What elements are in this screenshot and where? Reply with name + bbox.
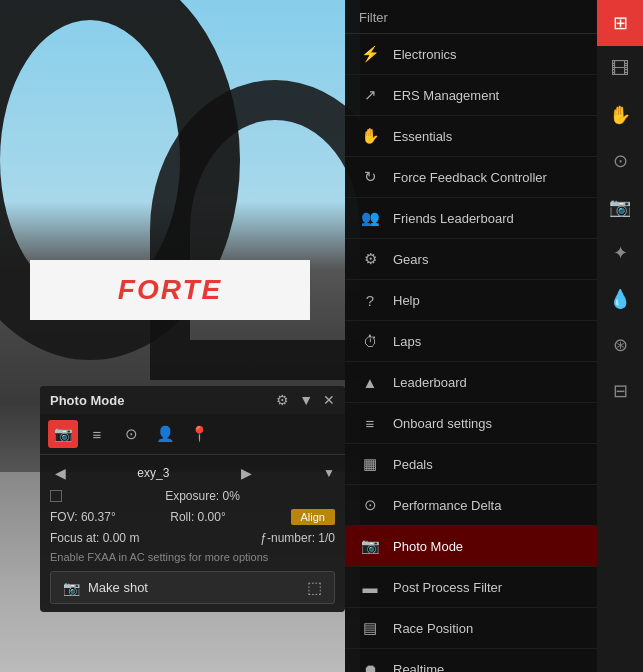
right-sidebar: ⊞🎞✋⊙📷✦💧⊛⊟ [597, 0, 643, 672]
filter-label-4: Friends Leaderboard [393, 211, 514, 226]
filter-label-10: Pedals [393, 457, 433, 472]
exposure-row: Exposure: 0% [50, 489, 335, 503]
filter-label-3: Force Feedback Controller [393, 170, 547, 185]
filter-icon-13: ▬ [359, 576, 381, 598]
tab-location[interactable]: 📍 [184, 420, 214, 448]
filter-panel: Filter ⚡ Electronics ↗ ERS Management ✋ … [345, 0, 597, 672]
grid2-icon[interactable]: ⊟ [597, 368, 643, 414]
hand-icon[interactable]: ✋ [597, 92, 643, 138]
filter-item-force-feedback-controller[interactable]: ↻ Force Feedback Controller [345, 157, 597, 198]
filter-icon-14: ▤ [359, 617, 381, 639]
settings-icon[interactable]: ⚙ [276, 392, 289, 408]
fnumber-label: ƒ-number: 1/0 [260, 531, 335, 545]
tab-settings[interactable]: ≡ [82, 420, 112, 448]
save-icon: ⬚ [307, 578, 322, 597]
wheel-icon[interactable]: ⊙ [597, 138, 643, 184]
nav-dropdown[interactable]: ▼ [323, 466, 335, 480]
filter-label-15: Realtime [393, 662, 444, 673]
filter-label-12: Photo Mode [393, 539, 463, 554]
tab-camera[interactable]: 📷 [48, 420, 78, 448]
fx-icon[interactable]: ✦ [597, 230, 643, 276]
filter-list: ⚡ Electronics ↗ ERS Management ✋ Essenti… [345, 34, 597, 672]
focus-label: Focus at: 0.00 m [50, 531, 139, 545]
align-button[interactable]: Align [291, 509, 335, 525]
filter-icon-2: ✋ [359, 125, 381, 147]
nav-row: ◀ exy_3 ▶ ▼ [50, 463, 335, 483]
filter-icon-15: ⏺ [359, 658, 381, 672]
nav-name: exy_3 [137, 466, 169, 480]
panel-controls: ⚙ ▼ ✕ [276, 392, 335, 408]
bg-banner: FORTE [30, 260, 310, 320]
nav-prev[interactable]: ◀ [50, 463, 71, 483]
drops-icon[interactable]: 💧 [597, 276, 643, 322]
filter-label-7: Laps [393, 334, 421, 349]
filter-icon-3: ↻ [359, 166, 381, 188]
panel-title: Photo Mode [50, 393, 124, 408]
filter-item-gears[interactable]: ⚙ Gears [345, 239, 597, 280]
filter-label-11: Performance Delta [393, 498, 501, 513]
hint-text: Enable FXAA in AC settings for more opti… [50, 551, 335, 563]
filter-icon-1: ↗ [359, 84, 381, 106]
filter-label-8: Leaderboard [393, 375, 467, 390]
make-shot-label: Make shot [88, 580, 148, 595]
filter-label-13: Post Process Filter [393, 580, 502, 595]
exposure-checkbox[interactable] [50, 490, 62, 502]
minimize-icon[interactable]: ▼ [299, 392, 313, 408]
filter-icon-9: ≡ [359, 412, 381, 434]
grid-icon[interactable]: ⊞ [597, 0, 643, 46]
filter-item-electronics[interactable]: ⚡ Electronics [345, 34, 597, 75]
filter-label-0: Electronics [393, 47, 457, 62]
panel-header: Photo Mode ⚙ ▼ ✕ [40, 386, 345, 414]
tab-circle[interactable]: ⊙ [116, 420, 146, 448]
filter-item-ers-management[interactable]: ↗ ERS Management [345, 75, 597, 116]
filter-label-6: Help [393, 293, 420, 308]
filter-header: Filter [345, 0, 597, 34]
filter-icon-6: ? [359, 289, 381, 311]
ball-icon[interactable]: ⊛ [597, 322, 643, 368]
filter-icon-0: ⚡ [359, 43, 381, 65]
filter-item-leaderboard[interactable]: ▲ Leaderboard [345, 362, 597, 403]
filter-item-onboard-settings[interactable]: ≡ Onboard settings [345, 403, 597, 444]
panel-tabs: 📷 ≡ ⊙ 👤 📍 [40, 414, 345, 455]
focus-row: Focus at: 0.00 m ƒ-number: 1/0 [50, 531, 335, 545]
filter-item-laps[interactable]: ⏱ Laps [345, 321, 597, 362]
film-icon[interactable]: 🎞 [597, 46, 643, 92]
filter-label-2: Essentials [393, 129, 452, 144]
filter-item-performance-delta[interactable]: ⊙ Performance Delta [345, 485, 597, 526]
filter-item-realtime[interactable]: ⏺ Realtime [345, 649, 597, 672]
filter-item-photo-mode[interactable]: 📷 Photo Mode [345, 526, 597, 567]
exposure-label: Exposure: 0% [70, 489, 335, 503]
filter-icon-7: ⏱ [359, 330, 381, 352]
filter-label-5: Gears [393, 252, 428, 267]
filter-icon-11: ⊙ [359, 494, 381, 516]
panel-body: ◀ exy_3 ▶ ▼ Exposure: 0% FOV: 60.37° Rol… [40, 455, 345, 612]
filter-item-friends-leaderboard[interactable]: 👥 Friends Leaderboard [345, 198, 597, 239]
filter-item-essentials[interactable]: ✋ Essentials [345, 116, 597, 157]
filter-item-pedals[interactable]: ▦ Pedals [345, 444, 597, 485]
filter-icon-8: ▲ [359, 371, 381, 393]
photo-mode-panel: Photo Mode ⚙ ▼ ✕ 📷 ≡ ⊙ 👤 📍 ◀ exy_3 ▶ ▼ E… [40, 386, 345, 612]
filter-icon-12: 📷 [359, 535, 381, 557]
nav-next[interactable]: ▶ [236, 463, 257, 483]
close-icon[interactable]: ✕ [323, 392, 335, 408]
filter-icon-10: ▦ [359, 453, 381, 475]
roll-label: Roll: 0.00° [170, 510, 250, 524]
tab-person[interactable]: 👤 [150, 420, 180, 448]
make-shot-button[interactable]: 📷 Make shot ⬚ [50, 571, 335, 604]
camera-btn-icon: 📷 [63, 580, 80, 596]
filter-label-14: Race Position [393, 621, 473, 636]
fov-row: FOV: 60.37° Roll: 0.00° Align [50, 509, 335, 525]
filter-item-help[interactable]: ? Help [345, 280, 597, 321]
filter-icon-5: ⚙ [359, 248, 381, 270]
camera-icon[interactable]: 📷 [597, 184, 643, 230]
filter-item-post-process-filter[interactable]: ▬ Post Process Filter [345, 567, 597, 608]
filter-icon-4: 👥 [359, 207, 381, 229]
filter-label-1: ERS Management [393, 88, 499, 103]
filter-label-9: Onboard settings [393, 416, 492, 431]
fov-label: FOV: 60.37° [50, 510, 130, 524]
filter-item-race-position[interactable]: ▤ Race Position [345, 608, 597, 649]
